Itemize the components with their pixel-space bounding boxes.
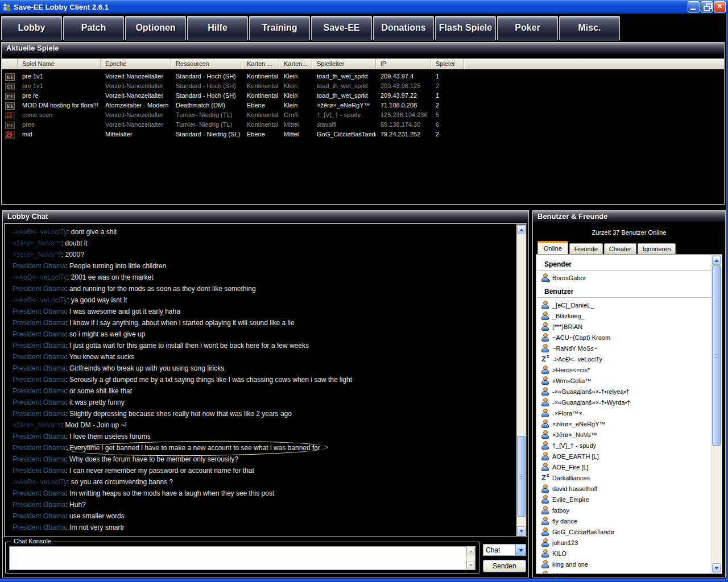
games-column-header[interactable]: Karten... [279,59,312,69]
buddy-icon [541,333,549,342]
game-epoch: Vorzeit-Nanozeitalter [101,72,171,81]
nav-tab[interactable]: Optionen [125,16,186,40]
game-row[interactable]: mid Mittelalter Standard - Niedrig (SL) … [2,130,724,139]
games-column-header[interactable]: Ressourcen [171,59,242,69]
nav-tab-label: Patch [81,23,106,33]
send-button[interactable]: Senden [483,560,526,572]
close-button[interactable] [714,1,726,13]
user-list-item[interactable]: {***}BRiAN [537,321,711,332]
games-column-header[interactable]: IP [376,59,431,69]
chat-scrollbar[interactable] [516,225,526,536]
restore-button[interactable] [701,1,713,13]
scroll-down-icon[interactable] [466,561,475,569]
user-list-item[interactable]: Darkalliances [537,472,711,483]
game-row[interactable]: come scen Vorzeit-Nanozeitalter Turnier-… [2,110,724,120]
nav-tab[interactable]: Donations [373,16,434,40]
chat-text: Girlfreinds who break up with you using … [69,364,224,372]
user-list-item[interactable]: -×Flora™×- [537,408,711,418]
games-column-header[interactable]: Spielleiter [312,59,376,69]
user-list-item[interactable]: -×«Guaядianŝ»×-†•relyea•† [537,386,711,397]
user-list-item[interactable]: Spender [537,256,711,271]
dropdown-arrow-icon[interactable] [515,544,526,555]
chat-input[interactable] [9,546,466,570]
user-list-item[interactable]: -×«Guaядianŝ»×-†•Wyrda•† [537,397,711,408]
nav-tab[interactable]: Hilfe [187,16,248,40]
game-resources: Turnier- Niedrig (TL) [171,110,242,120]
user-tab[interactable]: Online [537,241,568,254]
scroll-down-icon[interactable] [712,563,721,572]
games-column-header[interactable]: Spiel Name [18,59,101,69]
games-column-header[interactable]: Spieler [431,59,464,69]
scroll-up-icon[interactable] [712,256,721,265]
user-list-item[interactable]: ~RaNdY MoSs~ [537,343,711,354]
user-scroll-thumb[interactable] [712,265,721,446]
user-list-item[interactable]: AOE_Fire [L] [537,462,711,472]
user-list-item[interactable]: >Heros<=cis* [537,364,711,375]
scroll-up-icon[interactable] [517,225,526,234]
user-list-item[interactable]: fatboy [537,505,711,516]
user-list-item[interactable]: ~ACU~{Capt} Kroom [537,332,711,343]
channel-select[interactable]: Chat [483,544,526,556]
scroll-down-icon[interactable] [517,526,526,535]
game-row[interactable]: pre 1v1 Vorzeit-Nanozeitalter Standard -… [2,72,724,81]
user-list-item[interactable]: AOE_EARTH [L] [537,451,711,462]
user-list-item[interactable]: ×žêrø×_NoVa™ [537,429,711,440]
chat-input-scrollbar[interactable] [466,546,475,570]
games-column-header[interactable]: Karten ... [242,59,279,69]
user-name: Benutzer [544,288,573,296]
user-name: david hasselhoff [552,485,597,492]
user-name: Spender [544,260,572,268]
game-row[interactable]: pre 1v1 Vorzeit-Nanozeitalter Standard -… [2,81,724,91]
user-list-item[interactable]: _Blitzkrieg_ [537,310,711,321]
game-name: pre re [18,91,101,101]
user-list-item[interactable]: labiata [537,569,711,573]
chat-message: President Obama: so i might as well give… [13,329,512,340]
user-list-item[interactable]: Evile_Empire [537,494,711,505]
user-tab[interactable]: Ignorieren [638,243,676,254]
user-list-item[interactable]: _[eC]_DanieL_ [537,300,711,310]
nav-tab[interactable]: Misc. [559,16,620,40]
buddy-icon [541,376,549,385]
nav-tab[interactable]: Flash Spiele [435,16,496,40]
game-row[interactable]: MOD DM hosting for flora!!! Atomzeitalte… [2,101,724,110]
game-type-icon [5,83,15,90]
user-list-item[interactable]: ->AoÐ<- veLociTy [537,354,711,364]
user-list-item[interactable]: fly dance [537,516,711,526]
user-list-item[interactable]: †_[V]_† - spudy [537,440,711,451]
nav-tab-label: Poker [515,23,540,33]
game-map-type: Kontinental [242,81,279,91]
user-list-box: Spender BorosGabor Benutzer _[eC]_DanieL… [536,254,722,574]
chat-scroll-thumb[interactable] [517,436,526,517]
user-list-item[interactable]: «Wm»Golia™ [537,375,711,386]
user-list-item[interactable]: GoG_CiććiøBašTaяdø [537,526,711,537]
minimize-button[interactable] [688,1,700,13]
chat-text: Everytime i get banned i have to make a … [69,444,320,452]
user-tab[interactable]: Cheater [604,243,636,254]
games-column-header[interactable]: Epoche [101,59,171,69]
chat-message: President Obama: You know what sucks [13,351,512,363]
chat-username: President Obama [13,410,65,418]
user-list-item[interactable]: johan123 [537,537,711,548]
nav-tab[interactable]: Lobby [1,16,62,40]
user-list-item[interactable]: Benutzer [537,283,711,298]
nav-tab[interactable]: Save-EE [311,16,372,40]
user-list-item[interactable]: BorosGabor [537,272,711,283]
user-list-item[interactable]: david hasselhoff [537,483,711,494]
chat-message: President Obama: I can never remember my… [13,465,512,476]
user-list-scrollbar[interactable] [712,255,721,573]
game-row[interactable]: pre re Vorzeit-Nanozeitalter Standard - … [2,91,724,101]
user-list-item[interactable]: KILO [537,548,711,559]
nav-tab[interactable]: Patch [63,16,124,40]
user-tab[interactable]: Freunde [569,243,603,254]
game-row[interactable]: pree Vorzeit-Nanozeitalter Turnier- Nied… [2,120,724,130]
scroll-up-icon[interactable] [466,547,475,555]
user-tabs: Online Freunde Cheater Ignorieren [537,242,721,254]
nav-tab[interactable]: Poker [497,16,558,40]
nav-tab[interactable]: Training [249,16,310,40]
user-list-item[interactable]: ×žêrø×_eNeRgY™ [537,418,711,429]
user-list-item[interactable]: king and one [537,559,711,569]
game-name: pre 1v1 [18,72,101,81]
game-epoch: Vorzeit-Nanozeitalter [101,81,171,91]
chat-panel-title: Lobby Chat [3,211,528,223]
chat-message: President Obama: I know if i say anythin… [13,317,512,329]
